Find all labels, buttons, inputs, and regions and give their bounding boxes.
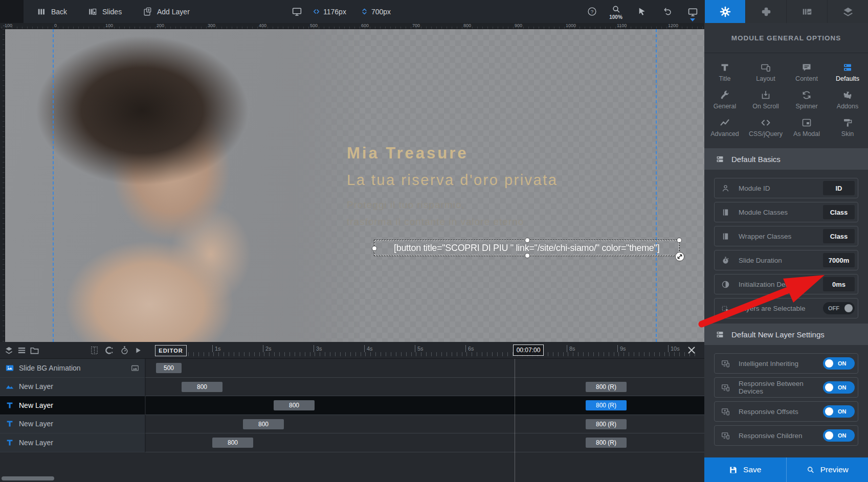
timeline-layer-name-cell[interactable]: Slide BG Animation	[0, 359, 145, 378]
timeline-layer-name-cell[interactable]: New Layer	[0, 415, 145, 434]
timeline-layer-row[interactable]: New Layer800800 (R)	[0, 415, 704, 434]
selected-layer-box[interactable]: [button title="SCOPRI DI PIU " link="/si…	[374, 240, 680, 256]
panel-tab-layout[interactable]: Layout	[745, 58, 786, 86]
timeline-animation-bar[interactable]: 500	[156, 363, 182, 373]
bg-image-icon[interactable]	[130, 363, 140, 373]
canvas-width-value[interactable]: 1176px	[323, 8, 346, 16]
timeline-layer-row[interactable]: Slide BG Animation500	[0, 359, 704, 378]
option-input[interactable]	[823, 181, 855, 195]
option-input[interactable]	[823, 229, 855, 243]
top-tab-layers[interactable]	[827, 0, 868, 23]
canvas-height-value[interactable]: 700px	[371, 8, 391, 16]
option-toggle[interactable]: OFF	[823, 302, 855, 314]
option-row-responsive-offsets: Responsive OffsetsON	[714, 401, 858, 422]
zoom-icon[interactable]	[611, 5, 621, 14]
timeline-animation-bar[interactable]: 800 (R)	[586, 382, 627, 392]
top-tab-slides[interactable]	[786, 0, 827, 23]
option-toggle[interactable]: ON	[823, 357, 855, 370]
panel-tab-content[interactable]: Content	[786, 58, 827, 86]
timeline-layer-name-cell[interactable]: New Layer	[0, 378, 145, 397]
timeline-animation-bar[interactable]: 800	[243, 419, 284, 429]
timeline-play-icon[interactable]	[134, 346, 142, 355]
panel-tab-css-jquery[interactable]: CSS/jQuery	[745, 113, 786, 141]
panel-tab-defaults[interactable]: Defaults	[827, 58, 868, 86]
timeline-animation-bar[interactable]: 800 (R)	[586, 438, 627, 448]
playhead-line[interactable]	[515, 359, 515, 482]
timeline-keyframes-icon[interactable]	[90, 346, 99, 355]
ruler-label: 200	[157, 23, 164, 28]
timeline-animation-bar[interactable]: 800	[182, 382, 222, 392]
gear-icon	[720, 6, 731, 17]
preview-button[interactable]: Preview	[786, 457, 868, 482]
timeline-layer-track[interactable]: 500	[145, 359, 704, 378]
timeline-mode-dropdown[interactable]: EDITOR	[155, 345, 187, 356]
resize-handle-top-right[interactable]	[677, 238, 681, 242]
selected-layer-shortcode[interactable]: [button title="SCOPRI DI PIU " link="/si…	[394, 242, 659, 254]
slide-canvas[interactable]: Mia Treasure La tua riserva d'oro privat…	[5, 29, 704, 342]
cursor-tool-icon[interactable]	[637, 7, 647, 16]
top-tab-modules[interactable]	[745, 0, 786, 23]
timeline-layer-row[interactable]: New Layer800800 (R)	[0, 433, 704, 452]
vertical-ruler[interactable]	[0, 29, 5, 342]
panel-tab-title[interactable]: Title	[704, 58, 745, 86]
timeline-layer-track[interactable]: 800800 (R)	[145, 433, 704, 452]
add-layer-button[interactable]: Add Layer	[143, 0, 190, 23]
resize-corner-icon[interactable]	[675, 251, 685, 262]
timeline-close-icon[interactable]	[686, 345, 697, 355]
slide-ghost-text-1[interactable]: Proteggi il tuo risparmio,	[347, 199, 465, 211]
option-input[interactable]	[823, 277, 855, 291]
title-icon	[720, 62, 730, 73]
panel-tab-as-modal[interactable]: As Modal	[786, 113, 827, 141]
timeline-layers-icon[interactable]	[4, 346, 14, 355]
option-toggle[interactable]: ON	[823, 429, 855, 442]
text-layer-icon	[5, 401, 14, 410]
save-icon	[729, 466, 738, 474]
option-input[interactable]	[823, 205, 855, 219]
panel-tab-on-scroll[interactable]: On Scroll	[745, 86, 786, 113]
timeline-layer-name-cell[interactable]: New Layer	[0, 396, 145, 415]
timeline-layer-row[interactable]: New Layer800800 (R)	[0, 378, 704, 397]
timeline-clock-icon[interactable]	[120, 346, 129, 355]
timeline-animation-bar[interactable]: 800 (R)	[586, 400, 627, 410]
timeline-layer-row[interactable]: New Layer800800 (R)	[0, 396, 704, 415]
timeline-layer-track[interactable]: 800800 (R)	[145, 415, 704, 434]
slide-ghost-text-2[interactable]: trasforma il contante in valore eterno	[347, 216, 524, 227]
panel-tab-advanced[interactable]: Advanced	[704, 113, 745, 141]
panel-tab-skin[interactable]: Skin	[827, 113, 868, 141]
timeline-horizontal-scrollbar[interactable]	[2, 476, 54, 480]
help-icon[interactable]: ?	[587, 7, 597, 16]
panel-tab-addons[interactable]: Addons	[827, 86, 868, 113]
timeline-layer-track[interactable]: 800800 (R)	[145, 378, 704, 397]
resize-handle-bottom[interactable]	[525, 254, 529, 258]
section-default-basics[interactable]: Default Basics	[704, 148, 868, 170]
wordpress-logo-icon[interactable]	[0, 0, 24, 23]
timeline-menu-icon[interactable]	[17, 346, 27, 355]
playhead-time-badge[interactable]: 00:07:00	[513, 345, 544, 356]
timeline-layer-track[interactable]: 800800 (R)	[145, 396, 704, 415]
save-button[interactable]: Save	[704, 457, 786, 482]
timeline-animation-bar[interactable]: 800 (R)	[586, 419, 627, 429]
option-input[interactable]	[823, 253, 855, 267]
resize-handle-left[interactable]	[372, 246, 376, 250]
zoom-level[interactable]: 100%	[607, 14, 625, 20]
slide-subtitle-text[interactable]: La tua riserva d'oro privata	[347, 172, 558, 189]
section-default-new-layer[interactable]: Default New Layer Settings	[704, 324, 868, 345]
slide-title-text[interactable]: Mia Treasure	[347, 144, 469, 163]
back-button[interactable]: Back	[37, 0, 67, 23]
timeline-layer-name-cell[interactable]: New Layer	[0, 433, 145, 452]
panel-tab-spinner[interactable]: Spinner	[786, 86, 827, 113]
slides-button[interactable]: Slides	[88, 0, 122, 23]
horizontal-ruler[interactable]: -100010020030040050060070080090010001100…	[0, 23, 704, 29]
top-tab-module-options[interactable]	[704, 0, 745, 23]
option-toggle[interactable]: ON	[823, 405, 855, 418]
panel-tab-general[interactable]: General	[704, 86, 745, 113]
timeline-snap-icon[interactable]	[104, 346, 114, 355]
undo-icon[interactable]	[663, 7, 673, 16]
timeline-animation-bar[interactable]: 800	[212, 438, 253, 448]
timeline-folder-icon[interactable]	[30, 346, 39, 355]
timeline-animation-bar[interactable]: 800	[274, 400, 315, 410]
option-toggle[interactable]: ON	[823, 381, 855, 394]
resize-handle-top[interactable]	[525, 238, 529, 242]
device-preview-icon[interactable]	[687, 7, 698, 17]
device-preview-caret-icon[interactable]	[690, 18, 695, 21]
